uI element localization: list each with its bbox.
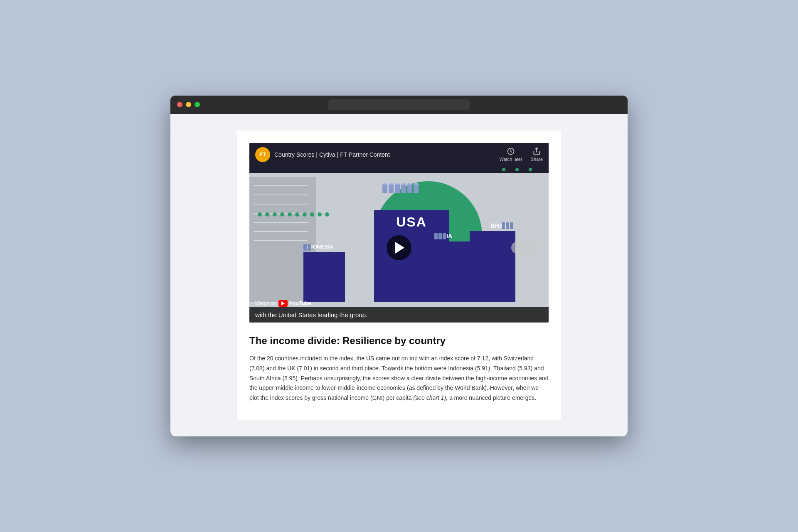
green-dot-4 — [280, 212, 284, 217]
video-header-left: FT Country Scores | Cytiva | FT Partner … — [255, 147, 390, 162]
video-green-dots — [258, 212, 329, 217]
small-vial-7 — [303, 244, 307, 251]
article-title: The income divide: Resilience by country — [249, 334, 549, 347]
dots-row — [249, 166, 549, 173]
bar-usa-label: USA — [396, 214, 427, 230]
green-dot-7 — [303, 212, 307, 217]
small-vial-2 — [438, 233, 442, 239]
green-dot-6 — [295, 212, 299, 217]
green-dot-1 — [258, 212, 262, 217]
small-vial-3 — [443, 233, 446, 239]
page-content: FT Country Scores | Cytiva | FT Partner … — [237, 131, 561, 420]
video-thumbnail[interactable]: INDONESIA INDIA USA BRAZIL — [249, 173, 549, 323]
vials-decoration — [382, 183, 419, 193]
video-container: FT Country Scores | Cytiva | FT Partner … — [249, 143, 549, 323]
green-dot-2 — [265, 212, 269, 217]
maximize-button[interactable] — [195, 102, 200, 107]
address-bar[interactable] — [328, 99, 470, 110]
play-button[interactable] — [387, 235, 411, 260]
youtube-icon — [278, 300, 288, 307]
youtube-play-triangle — [281, 301, 285, 305]
green-dot-8 — [310, 212, 314, 217]
small-vials-india — [434, 233, 446, 239]
bar-brazil — [470, 231, 515, 302]
bar-indonesia — [303, 252, 345, 302]
clock-icon — [507, 147, 515, 155]
small-vial-1 — [434, 233, 438, 239]
vial-4 — [401, 183, 406, 193]
share-icon — [532, 147, 541, 155]
vial-6 — [414, 183, 419, 193]
minimize-button[interactable] — [186, 102, 191, 107]
small-vials-brazil — [502, 222, 513, 229]
green-dot-3 — [273, 212, 277, 217]
dot-3 — [529, 168, 532, 171]
share-label: Share — [531, 157, 543, 162]
subtitle-text: with the United States leading the group… — [255, 311, 367, 318]
small-vial-5 — [506, 222, 509, 229]
scroll-handle — [511, 241, 540, 254]
vial-1 — [382, 183, 387, 193]
watch-later-button[interactable]: Watch later — [499, 147, 522, 162]
watch-on-text: Watch on — [255, 300, 276, 306]
watch-later-label: Watch later — [499, 157, 522, 162]
youtube-logo: YouTube — [278, 300, 311, 307]
dot-1 — [502, 168, 505, 171]
article-body-italic: (see chart 1), — [414, 394, 448, 401]
video-header-controls: Watch later Share — [499, 147, 543, 162]
small-vials-indonesia — [303, 244, 311, 251]
video-header: FT Country Scores | Cytiva | FT Partner … — [249, 143, 549, 166]
chart-lines — [254, 185, 308, 249]
vial-2 — [389, 183, 394, 193]
small-vial-4 — [502, 222, 505, 229]
video-title: Country Scores | Cytiva | FT Partner Con… — [274, 151, 390, 158]
video-subtitle: with the United States leading the group… — [249, 307, 549, 323]
small-vial-8 — [308, 244, 311, 251]
article-section: The income divide: Resilience by country… — [249, 323, 549, 403]
ft-logo: FT — [255, 147, 270, 162]
article-body: Of the 20 countries included in the inde… — [249, 354, 549, 403]
watch-on-youtube[interactable]: Watch on YouTube — [255, 300, 311, 307]
vial-5 — [407, 183, 412, 193]
small-vial-6 — [510, 222, 513, 229]
browser-window: FT Country Scores | Cytiva | FT Partner … — [170, 96, 628, 436]
green-dot-9 — [318, 212, 322, 217]
dot-2 — [515, 168, 519, 171]
browser-content: FT Country Scores | Cytiva | FT Partner … — [170, 114, 628, 436]
green-dot-5 — [288, 212, 292, 217]
green-dot-10 — [325, 212, 329, 217]
close-button[interactable] — [177, 102, 182, 107]
bar-usa: USA — [374, 210, 449, 302]
article-body-end: a more nuanced picture emerges. — [448, 394, 536, 401]
youtube-text: YouTube — [289, 300, 311, 306]
share-button[interactable]: Share — [531, 147, 543, 162]
browser-titlebar — [170, 96, 628, 114]
play-icon — [395, 242, 404, 254]
vial-3 — [395, 183, 400, 193]
